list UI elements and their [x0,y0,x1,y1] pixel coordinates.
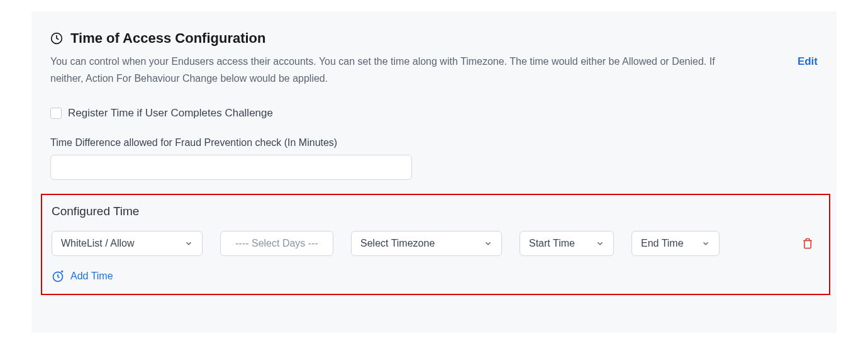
chevron-down-icon [596,239,604,248]
title-row: Time of Access Configuration [50,30,717,47]
timezone-select-value: Select Timezone [360,238,435,249]
end-time-select[interactable]: End Time [632,231,720,256]
chevron-down-icon [701,239,710,248]
chevron-down-icon [484,239,492,248]
whitelist-select-value: WhiteList / Allow [61,238,134,249]
days-select-placeholder: ---- Select Days --- [235,238,318,249]
register-time-checkbox[interactable] [50,108,62,119]
configured-time-title: Configured Time [52,204,820,218]
end-time-value: End Time [641,238,684,249]
description-text: You can control when your Endusers acces… [50,53,717,87]
register-time-row: Register Time if User Completes Challeng… [50,107,818,120]
header-left: Time of Access Configuration You can con… [50,30,717,87]
days-select[interactable]: ---- Select Days --- [220,231,333,256]
time-diff-input[interactable] [50,155,412,180]
timezone-select[interactable]: Select Timezone [351,231,502,256]
whitelist-select[interactable]: WhiteList / Allow [52,231,203,256]
add-time-button[interactable]: Add Time [52,270,820,282]
time-row-controls: WhiteList / Allow ---- Select Days --- S… [52,231,820,256]
edit-link[interactable]: Edit [798,55,818,68]
clock-icon [50,32,63,45]
register-time-label: Register Time if User Completes Challeng… [68,107,273,120]
add-time-label: Add Time [70,271,113,282]
page-title: Time of Access Configuration [70,30,266,47]
delete-row-button[interactable] [802,237,813,250]
add-clock-icon [52,270,64,282]
start-time-value: Start Time [529,238,575,249]
time-diff-label: Time Difference allowed for Fraud Preven… [50,137,818,148]
start-time-select[interactable]: Start Time [520,231,614,256]
configured-time-section: Configured Time WhiteList / Allow ---- S… [41,194,830,295]
chevron-down-icon [184,239,193,248]
header-row: Time of Access Configuration You can con… [50,30,818,87]
time-access-panel: Time of Access Configuration You can con… [31,11,837,333]
